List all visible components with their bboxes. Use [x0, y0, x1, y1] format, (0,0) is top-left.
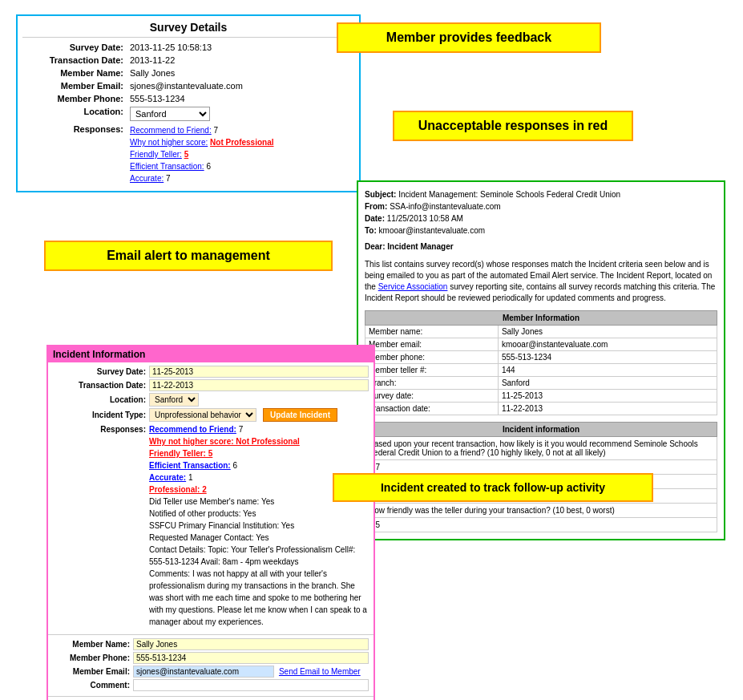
i-resp3: Friendly Teller: 5 [149, 449, 212, 458]
m-comment-label: Comment: [53, 681, 133, 690]
incident-form: Survey Date: Transaction Date: Location:… [48, 362, 374, 633]
email-greeting: Dear: Incident Manager [365, 241, 717, 253]
incident-panel: Incident Information Survey Date: Transa… [46, 345, 375, 700]
i-resp11: Contact Details: Topic: Your Teller's Pr… [149, 545, 355, 566]
incident-created-text: Incident created to track follow-up acti… [381, 481, 605, 494]
responses-label: Responses: [22, 123, 127, 186]
i-resp5: Accurate: 1 [149, 473, 192, 482]
incident-responses-row: Responses: Recommend to Friend: 7 Why no… [53, 423, 369, 628]
mi-phone-value: 555-513-1234 [498, 351, 717, 364]
member-feedback-callout: Member provides feedback [337, 22, 601, 53]
location-select[interactable]: Sanford [130, 107, 210, 121]
i-survey-date-value [149, 366, 369, 378]
incident-type-row: Incident Type: Unprofessional behavior U… [53, 408, 369, 422]
member-feedback-text: Member provides feedback [386, 30, 551, 44]
i-resp9: SSFCU Primary Financial Institution: Yes [149, 521, 294, 530]
i-location-label: Location: [53, 395, 149, 404]
resp3-val: 5 [184, 150, 189, 159]
i-resp7: Did Teller use Member's name: Yes [149, 497, 274, 506]
mi-branch-label: Branch: [365, 377, 499, 390]
i-responses-value: Recommend to Friend: 7 Why not higher sc… [149, 423, 369, 628]
i-responses-label: Responses: [53, 423, 149, 434]
table-row: Member teller #: 144 [365, 364, 717, 377]
table-row: Branch: Sanford [365, 377, 717, 390]
table-row: Survey date: 11-25-2013 [365, 390, 717, 403]
update-incident-button[interactable]: Update Incident [263, 408, 337, 422]
email-alert-text: Email alert to management [107, 249, 270, 262]
table-row: Member Phone: 555-513-1234 [22, 92, 354, 105]
m-name-label: Member Name: [53, 640, 133, 649]
resp2-label: Why not higher score: [130, 138, 208, 147]
incident-panel-title: Incident Information [48, 346, 374, 362]
email-to-value: kmooar@instantevaluate.com [379, 226, 485, 235]
incident-survey-date-row: Survey Date: [53, 366, 369, 378]
email-header: Subject: Incident Management: Seminole S… [365, 188, 717, 237]
responses-value: Recommend to Friend: 7 Why not higher sc… [127, 123, 354, 186]
member-name-label: Member Name: [22, 67, 127, 79]
survey-date-input[interactable] [149, 366, 369, 378]
comment-input[interactable] [133, 679, 369, 691]
survey-title: Survey Details [22, 21, 354, 38]
mi-email-value: kmooar@instantevaluate.com [498, 338, 717, 351]
email-date-value: 11/25/2013 10:58 AM [387, 214, 463, 223]
email-body-text: This list contains survey record(s) whos… [365, 260, 715, 302]
table-row: Transaction Date: 2013-11-22 [22, 54, 354, 67]
divider2 [48, 696, 374, 697]
email-greeting-text: Dear: Incident Manager [365, 242, 454, 251]
mi-phone-label: Member phone: [365, 351, 499, 364]
incident-type-select[interactable]: Unprofessional behavior [149, 408, 256, 422]
unacceptable-callout: Unacceptable responses in red [393, 111, 633, 141]
ii-q3: How friendly was the teller during your … [365, 504, 717, 518]
responses-block: Recommend to Friend: 7 Why not higher sc… [130, 124, 351, 184]
resp1-label: Recommend to Friend: [130, 126, 212, 135]
i-transaction-date-label: Transaction Date: [53, 381, 149, 390]
member-name-input[interactable] [133, 638, 369, 650]
table-row: Member Email: sjones@instantevaluate.com [22, 79, 354, 92]
table-row: Responses: Recommend to Friend: 7 Why no… [22, 123, 354, 186]
email-body: This list contains survey record(s) whos… [365, 259, 717, 304]
transaction-date-input[interactable] [149, 379, 369, 391]
table-row: Member Name: Sally Jones [22, 67, 354, 79]
table-row: Survey Date: 2013-11-25 10:58:13 [22, 41, 354, 54]
resp3-label: Friendly Teller: [130, 150, 182, 159]
email-from-value: SSA-info@instantevaluate.com [390, 202, 501, 211]
transaction-date-value: 2013-11-22 [127, 54, 354, 67]
i-resp8: Notified of other products: Yes [149, 509, 256, 518]
survey-date-label: Survey Date: [22, 41, 127, 54]
table-row: Member name: Sally Jones [365, 326, 717, 338]
mi-survey-value: 11-25-2013 [498, 390, 717, 403]
email-subject-value: Incident Management: Seminole Schools Fe… [398, 190, 620, 199]
m-email-value: Send Email to Member [133, 666, 369, 678]
m-comment-value [133, 679, 369, 691]
table-row: Member Information [365, 311, 717, 326]
member-email-value: sjones@instantevaluate.com [127, 79, 354, 92]
member-phone-label: Member Phone: [22, 92, 127, 105]
service-association-link[interactable]: Service Association [378, 282, 448, 291]
location-select[interactable]: Sanford [149, 393, 199, 407]
table-row: = 7 [365, 460, 717, 475]
mi-teller-label: Member teller #: [365, 364, 499, 377]
email-to-label: To: [365, 226, 377, 235]
incident-responses-block: Recommend to Friend: 7 Why not higher sc… [149, 423, 369, 628]
i-resp2: Why not higher score: Not Professional [149, 437, 300, 446]
member-phone-input[interactable] [133, 652, 369, 664]
email-date-label: Date: [365, 214, 385, 223]
survey-date-value: 2013-11-25 10:58:13 [127, 41, 354, 54]
i-resp4: Efficient Transaction: 6 [149, 461, 237, 470]
table-row: Member email: kmooar@instantevaluate.com [365, 338, 717, 351]
member-email-input[interactable] [133, 666, 274, 678]
incident-info-title: Incident information [365, 423, 717, 437]
incident-location-row: Location: Sanford [53, 393, 369, 407]
i-location-value: Sanford [149, 393, 369, 407]
member-phone-value: 555-513-1234 [127, 92, 354, 105]
send-email-link[interactable]: Send Email to Member [279, 667, 361, 676]
email-subject-label: Subject: [365, 190, 396, 199]
mi-name-value: Sally Jones [498, 326, 717, 338]
table-row: Transaction date: 11-22-2013 [365, 403, 717, 415]
mi-branch-value: Sanford [498, 377, 717, 390]
ii-a3: = 5 [365, 518, 717, 532]
resp5-label: Accurate: [130, 174, 164, 183]
i-resp10: Requested Manager Contact: Yes [149, 533, 269, 542]
divider [48, 634, 374, 635]
mi-email-label: Member email: [365, 338, 499, 351]
